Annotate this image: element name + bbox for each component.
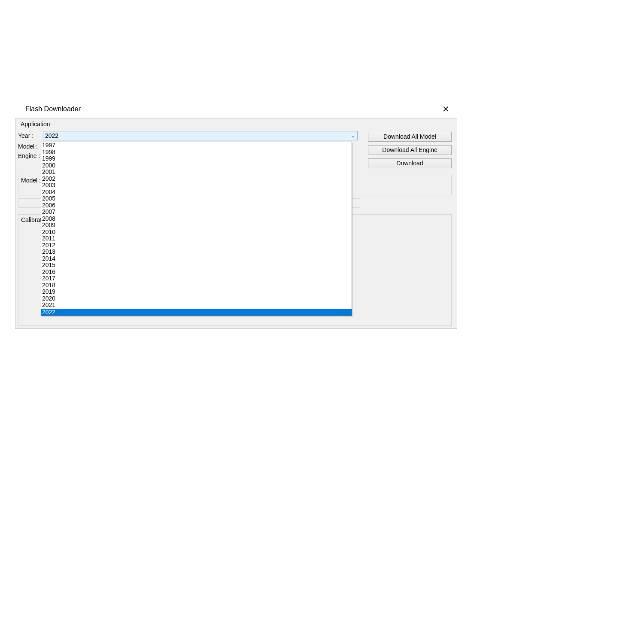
year-option-2016[interactable]: 2016 — [41, 269, 352, 276]
year-option-2001[interactable]: 2001 — [41, 169, 352, 176]
label-model: Model : — [18, 143, 43, 150]
window-title: Flash Downloader — [25, 105, 81, 113]
year-option-2019[interactable]: 2019 — [41, 289, 352, 295]
year-option-2020[interactable]: 2020 — [41, 295, 352, 302]
year-option-1997[interactable]: 1997 — [41, 142, 352, 149]
label-year: Year : — [18, 132, 43, 139]
year-dropdown-list[interactable]: 1997199819992000200120022003200420052006… — [41, 142, 352, 316]
year-option-2006[interactable]: 2006 — [41, 202, 352, 209]
year-option-2000[interactable]: 2000 — [41, 162, 352, 169]
year-option-2011[interactable]: 2011 — [41, 235, 352, 242]
year-option-2018[interactable]: 2018 — [41, 282, 352, 289]
year-option-2022[interactable]: 2022 — [41, 309, 352, 316]
chevron-down-icon: ⌄ — [351, 133, 355, 139]
client-area: Application Year : 2022 ⌄ Model : Engine… — [15, 118, 457, 329]
flash-downloader-window: Flash Downloader ✕ Application Year : 20… — [15, 103, 457, 329]
year-option-2015[interactable]: 2015 — [41, 262, 352, 269]
year-selected-value: 2022 — [45, 132, 58, 139]
year-option-2013[interactable]: 2013 — [41, 249, 352, 255]
download-button[interactable]: Download — [368, 158, 452, 168]
label-engine: Engine : — [18, 152, 43, 159]
download-all-model-button[interactable]: Download All Model — [368, 132, 452, 142]
year-option-1998[interactable]: 1998 — [41, 149, 352, 156]
year-option-2007[interactable]: 2007 — [41, 209, 352, 216]
year-option-2002[interactable]: 2002 — [41, 176, 352, 182]
row-year: Year : 2022 ⌄ — [18, 131, 358, 140]
year-option-2014[interactable]: 2014 — [41, 255, 352, 262]
year-option-2008[interactable]: 2008 — [41, 216, 352, 222]
year-option-2010[interactable]: 2010 — [41, 229, 352, 236]
button-stack: Download All Model Download All Engine D… — [368, 132, 452, 172]
download-all-engine-button[interactable]: Download All Engine — [368, 145, 452, 155]
year-option-2009[interactable]: 2009 — [41, 222, 352, 229]
year-option-2003[interactable]: 2003 — [41, 182, 352, 189]
year-option-2005[interactable]: 2005 — [41, 195, 352, 202]
year-option-2021[interactable]: 2021 — [41, 302, 352, 309]
year-option-2012[interactable]: 2012 — [41, 242, 352, 249]
year-option-2004[interactable]: 2004 — [41, 189, 352, 196]
menubar: Application — [18, 119, 454, 131]
year-option-1999[interactable]: 1999 — [41, 155, 352, 162]
year-combobox[interactable]: 2022 ⌄ — [43, 131, 358, 140]
year-option-2017[interactable]: 2017 — [41, 275, 352, 282]
titlebar: Flash Downloader ✕ — [15, 103, 457, 118]
close-icon[interactable]: ✕ — [439, 105, 453, 113]
menu-application[interactable]: Application — [19, 120, 52, 128]
